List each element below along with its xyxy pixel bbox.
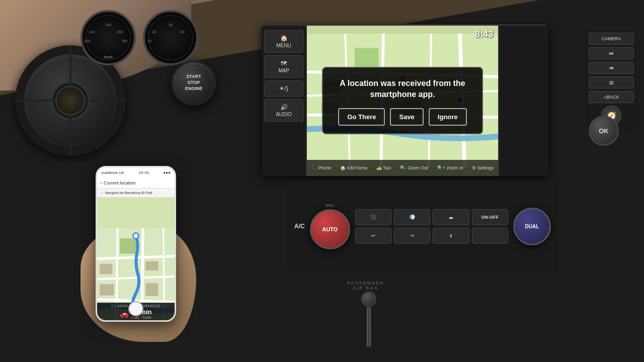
svg-rect-40 <box>100 264 112 274</box>
svg-text:120: 120 <box>89 30 95 34</box>
recirculation-btn[interactable]: ↩ <box>355 228 391 244</box>
toolbar-zoom-in[interactable]: 🔍+ Zoom In <box>435 164 465 171</box>
audio-icon: 🔊 <box>280 104 288 111</box>
svg-rect-19 <box>355 48 379 67</box>
gear-shaft <box>367 307 371 347</box>
phone-status-bar: vodafone UK 20:43 ●●● <box>97 167 175 177</box>
gear-shift-area <box>361 292 376 347</box>
notification-popup: A location was received from the smartph… <box>322 67 483 134</box>
phone-area: vodafone UK 20:43 ●●● ‹ Current location… <box>75 166 216 357</box>
max-label: MAX <box>326 203 334 208</box>
prev-track-button[interactable]: ⏮ <box>589 62 634 74</box>
carrier-label: vodafone UK <box>101 170 124 175</box>
air-direction-btn[interactable]: ↪ <box>394 228 430 244</box>
svg-rect-41 <box>145 261 158 270</box>
temperature-knob-left[interactable]: AUTO <box>310 209 350 249</box>
svg-text:30: 30 <box>169 23 173 27</box>
floor-btn[interactable]: ↡ <box>433 228 469 244</box>
start-stop-button[interactable]: START STOP ENGINE <box>171 60 216 106</box>
ignore-button[interactable]: Ignore <box>429 108 467 126</box>
phone-home-button[interactable] <box>128 301 143 316</box>
svg-text:40: 40 <box>181 30 185 34</box>
rear-window-btn[interactable]: ⬛ <box>355 209 391 225</box>
right-media-panel: CAMERA ⏭ ⏮ ▤ ◁BACK 🧭 <box>586 30 636 131</box>
map-icon: 🗺 <box>281 60 287 67</box>
airbag-label-line1: PASSENGER <box>347 281 384 286</box>
air-direction-icon: ↪ <box>410 233 414 238</box>
svg-text:10: 10 <box>148 39 152 43</box>
toolbar-home[interactable]: 🏠 Add home <box>338 164 369 171</box>
ac-label: A/C <box>294 223 305 230</box>
clock-display: 8:43 <box>475 29 493 40</box>
phone-time: 20:43 <box>139 170 149 175</box>
nav-bar: ‹ Current location <box>97 177 175 189</box>
on-off-button[interactable]: ON-OFF <box>472 209 508 225</box>
toolbar-zoom-out[interactable]: 🔍- Zoom Out <box>398 164 431 171</box>
gear-knob <box>361 292 376 307</box>
empty-btn <box>472 228 508 244</box>
prev-icon: ⏮ <box>609 65 614 70</box>
eta-traffic: 3 sec · Traffic <box>131 316 152 319</box>
audio-button[interactable]: 🔊 AUDIO <box>264 99 303 122</box>
fan-speed-btn[interactable]: 💨 <box>394 209 430 225</box>
infotainment-system: 🏠 MENU 🗺 MAP ✶/) 🔊 AUDIO <box>262 25 548 176</box>
menu-icon-button[interactable]: ▤ <box>589 76 634 88</box>
temperature-knob-right[interactable]: DUAL <box>513 208 551 245</box>
screen-toolbar: 📞 Phone 🏠 Add home 🚕 Taxi 🔍- Zoom Out 🔍+… <box>307 160 498 176</box>
engine-label: ENGINE <box>185 86 203 92</box>
svg-point-0 <box>86 15 130 60</box>
camera-label: CAMERA <box>602 36 621 41</box>
go-there-button[interactable]: Go There <box>338 108 385 126</box>
destination-bar: → Aeroport de Barcelona-El Prat <box>97 189 175 198</box>
destination-icon: → <box>100 191 104 195</box>
next-icon: ⏭ <box>609 51 614 56</box>
svg-rect-42 <box>100 284 114 295</box>
smartphone: vodafone UK 20:43 ●●● ‹ Current location… <box>96 166 176 322</box>
start-label: START <box>186 74 201 80</box>
svg-point-6 <box>148 15 193 60</box>
menu-button[interactable]: 🏠 MENU <box>264 30 303 53</box>
menu-lines-icon: ▤ <box>609 80 614 85</box>
notification-buttons: Go There Save Ignore <box>333 108 472 126</box>
floor-icon: ↡ <box>449 233 453 238</box>
toolbar-settings[interactable]: ⚙ Settings <box>470 164 496 171</box>
back-icon: ◁BACK <box>603 95 619 100</box>
home-icon: 🏠 <box>280 35 288 42</box>
back-button[interactable]: ◁BACK <box>589 91 634 103</box>
destination-text: Aeroport de Barcelona-El Prat <box>105 191 152 195</box>
dual-label: DUAL <box>525 224 539 229</box>
main-display-screen: 8:43 A location was received from the sm… <box>307 25 498 176</box>
left-control-panel: 🏠 MENU 🗺 MAP ✶/) 🔊 AUDIO <box>262 25 307 176</box>
settings-button[interactable]: ✶/) <box>264 80 303 97</box>
fan-icon: 💨 <box>409 214 415 220</box>
toolbar-phone[interactable]: 📞 Phone <box>309 164 334 171</box>
svg-text:160: 160 <box>117 30 123 34</box>
notification-message: A location was received from the smartph… <box>333 78 472 101</box>
back-arrow-icon: ‹ <box>100 180 102 186</box>
brightness-icon: ✶/) <box>279 85 288 92</box>
fan-direction-btn[interactable]: ☁ <box>433 209 469 225</box>
ok-button[interactable]: OK <box>589 116 619 146</box>
svg-text:180: 180 <box>122 39 127 43</box>
map-button[interactable]: 🗺 MAP <box>264 55 303 78</box>
car-icon: 🚗 <box>120 310 128 318</box>
auto-label: AUTO <box>322 226 338 232</box>
right-control-panel <box>498 25 548 176</box>
recirculation-icon: ↩ <box>371 233 375 238</box>
svg-text:140: 140 <box>105 23 111 27</box>
camera-button[interactable]: CAMERA <box>589 33 634 45</box>
car-interior-bg: km/h 140 160 120 100 180 30 40 20 10 STA… <box>0 0 644 362</box>
stop-label: STOP <box>188 80 200 86</box>
nav-title: Current location <box>104 180 136 186</box>
airbag-label-line2: AIR BAG <box>347 286 384 291</box>
svg-rect-43 <box>145 283 158 296</box>
save-button[interactable]: Save <box>390 108 423 126</box>
fan-direction-icon: ☁ <box>448 214 453 220</box>
toolbar-taxi[interactable]: 🚕 Taxi <box>374 164 393 171</box>
signal-icon: ●●● <box>163 170 171 175</box>
svg-rect-36 <box>120 238 138 253</box>
svg-text:20: 20 <box>152 30 156 34</box>
gauges-area: km/h 140 160 120 100 180 30 40 20 10 <box>80 10 198 67</box>
next-track-button[interactable]: ⏭ <box>589 47 634 59</box>
climate-buttons: ⬛ 💨 ☁ ON-OFF ↩ ↪ ↡ <box>355 209 508 244</box>
